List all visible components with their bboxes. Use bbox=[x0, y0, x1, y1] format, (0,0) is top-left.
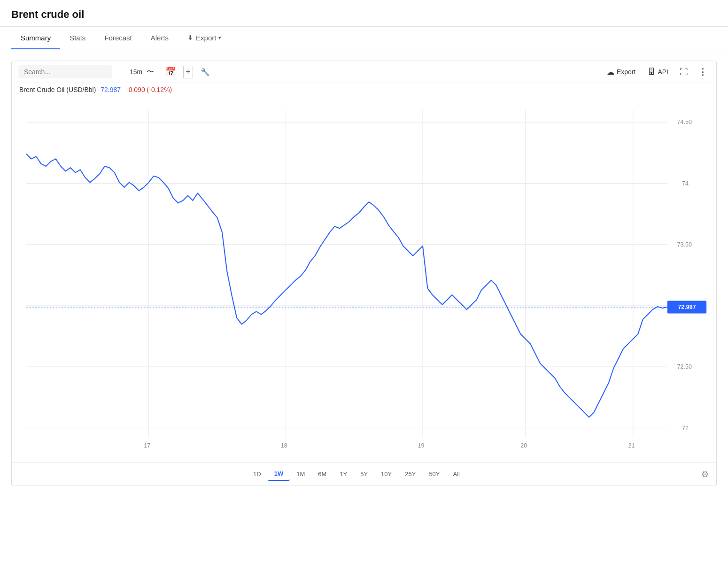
x-label-18: 18 bbox=[281, 442, 287, 449]
time-range-5y[interactable]: 5Y bbox=[354, 468, 374, 480]
price-polyline bbox=[26, 154, 667, 417]
time-range-10y[interactable]: 10Y bbox=[374, 468, 398, 480]
price-chart: 74.50 74 73.50 73 72.50 72 17 18 19 20 2… bbox=[12, 95, 716, 462]
x-label-19: 19 bbox=[418, 442, 425, 449]
time-range-items: 1D 1W 1M 6M 1Y 5Y 10Y 25Y 50Y All bbox=[12, 463, 701, 486]
x-label-21: 21 bbox=[628, 442, 635, 449]
chart-settings-icon[interactable]: ⚙ bbox=[701, 469, 716, 479]
page-title: Brent crude oil bbox=[11, 8, 717, 21]
export-icon: ☁ bbox=[607, 68, 614, 77]
timeframe-label: 15m bbox=[130, 68, 142, 76]
time-range-6m[interactable]: 6M bbox=[311, 468, 333, 480]
tab-summary[interactable]: Summary bbox=[11, 27, 60, 49]
export-button[interactable]: ☁ Export bbox=[603, 66, 639, 78]
nav-tabs: Summary Stats Forecast Alerts ⬇ Export ▾ bbox=[0, 27, 728, 49]
current-price: 72.987 bbox=[101, 86, 121, 93]
database-icon: 🗄 bbox=[648, 68, 655, 76]
tab-stats[interactable]: Stats bbox=[60, 27, 95, 49]
chevron-down-icon: ▾ bbox=[218, 35, 221, 41]
y-label-7350: 73.50 bbox=[677, 241, 692, 248]
chart-label: Brent Crude Oil (USD/Bbl) 72.987 -0.090 … bbox=[12, 83, 716, 95]
search-input[interactable] bbox=[18, 65, 112, 78]
chart-toolbar: 15m 〜 📅 + 🔧 ☁ Export 🗄 API ⛶ ⋮ bbox=[12, 61, 716, 83]
time-range-row: 1D 1W 1M 6M 1Y 5Y 10Y 25Y 50Y All ⚙ bbox=[12, 462, 716, 486]
calendar-icon[interactable]: 📅 bbox=[163, 65, 178, 79]
fullscreen-icon[interactable]: ⛶ bbox=[677, 65, 691, 79]
timeframe-selector[interactable]: 15m 〜 bbox=[126, 65, 158, 79]
time-range-1d[interactable]: 1D bbox=[247, 468, 268, 480]
chart-container: 15m 〜 📅 + 🔧 ☁ Export 🗄 API ⛶ ⋮ Brent Cru… bbox=[11, 61, 717, 486]
chart-svg-wrapper: 74.50 74 73.50 73 72.50 72 17 18 19 20 2… bbox=[12, 95, 716, 462]
download-icon: ⬇ bbox=[187, 33, 194, 42]
price-badge-text: 72.987 bbox=[678, 304, 696, 310]
add-icon[interactable]: + bbox=[183, 66, 193, 78]
tab-alerts[interactable]: Alerts bbox=[141, 27, 178, 49]
y-label-72: 72 bbox=[682, 425, 689, 432]
time-range-1w[interactable]: 1W bbox=[268, 467, 290, 481]
more-options-icon[interactable]: ⋮ bbox=[696, 65, 710, 79]
y-label-7250: 72.50 bbox=[677, 363, 692, 370]
toolbar-divider-1 bbox=[119, 67, 119, 77]
wrench-icon[interactable]: 🔧 bbox=[198, 66, 213, 78]
time-range-all[interactable]: All bbox=[447, 468, 466, 480]
tab-export[interactable]: ⬇ Export ▾ bbox=[178, 27, 231, 49]
y-label-7450: 74.50 bbox=[677, 119, 692, 125]
line-chart-icon: 〜 bbox=[147, 67, 154, 77]
time-range-25y[interactable]: 25Y bbox=[398, 468, 422, 480]
price-change: -0.090 (-0.12%) bbox=[126, 86, 172, 93]
instrument-name: Brent Crude Oil (USD/Bbl) bbox=[19, 86, 96, 93]
time-range-50y[interactable]: 50Y bbox=[422, 468, 446, 480]
time-range-1y[interactable]: 1Y bbox=[333, 468, 354, 480]
time-range-1m[interactable]: 1M bbox=[290, 468, 311, 480]
page-header: Brent crude oil bbox=[0, 0, 728, 27]
x-label-20: 20 bbox=[520, 442, 527, 449]
y-label-74: 74 bbox=[682, 180, 689, 187]
x-label-17: 17 bbox=[144, 442, 150, 449]
api-button[interactable]: 🗄 API bbox=[644, 66, 672, 78]
tab-forecast[interactable]: Forecast bbox=[95, 27, 141, 49]
